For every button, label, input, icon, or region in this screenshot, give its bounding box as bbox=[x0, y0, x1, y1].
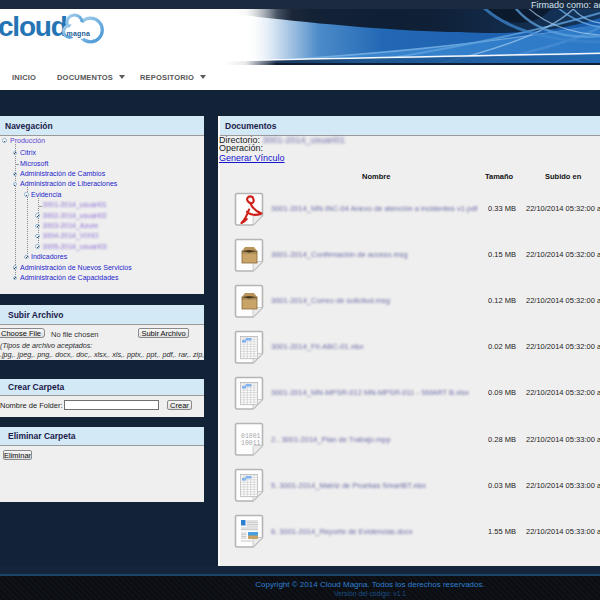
svg-text:10011: 10011 bbox=[241, 440, 261, 447]
svg-text:magna: magna bbox=[67, 30, 91, 38]
